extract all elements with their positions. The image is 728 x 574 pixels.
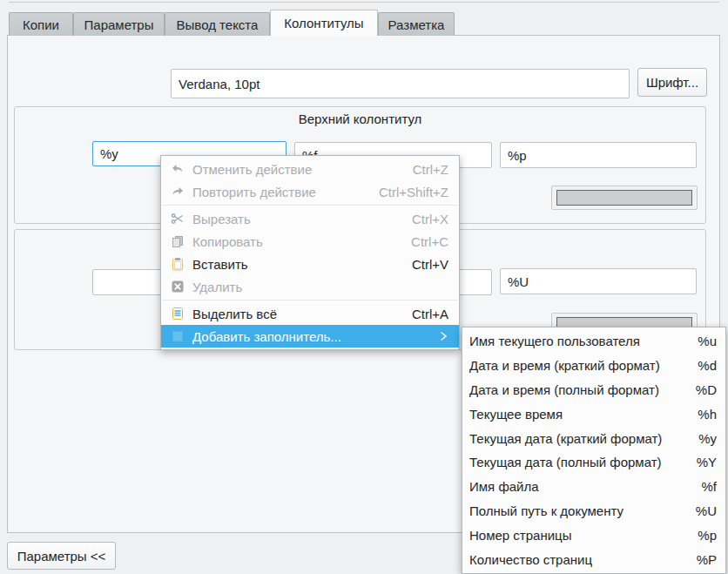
menu-item-label: Добавить заполнитель... <box>192 329 438 344</box>
select-all-icon <box>170 306 185 321</box>
tab-layout[interactable]: Разметка <box>378 12 455 36</box>
submenu-item-code: %p <box>698 528 717 543</box>
submenu-item-code: %D <box>696 382 717 397</box>
print-dialog: { "colors": { "accent": "#3daee9", "wind… <box>0 0 728 574</box>
submenu-item-current-user[interactable]: Имя текущего пользователя %u <box>462 329 725 354</box>
menu-item-select-all[interactable]: Выделить всё Ctrl+A <box>161 302 459 325</box>
menu-separator <box>162 205 458 206</box>
menu-item-cut: Вырезать Ctrl+X <box>161 207 459 230</box>
menu-item-shortcut: Ctrl+Shift+Z <box>379 185 448 199</box>
menu-item-label: Вставить <box>192 257 396 272</box>
submenu-item-label: Имя файла <box>469 479 701 494</box>
options-toggle-label: Параметры << <box>17 549 106 564</box>
options-toggle-button[interactable]: Параметры << <box>7 542 116 570</box>
submenu-item-page-number[interactable]: Номер страницы %p <box>462 523 725 547</box>
submenu-item-code: %U <box>696 503 717 518</box>
menu-item-add-placeholder[interactable]: Добавить заполнитель... <box>161 325 459 348</box>
copy-icon <box>170 233 185 249</box>
submenu-item-label: Имя текущего пользователя <box>469 334 698 348</box>
menu-item-label: Удалить <box>192 280 433 294</box>
submenu-item-code: %Y <box>697 455 717 469</box>
tab-label: Колонтитулы <box>284 16 363 30</box>
cut-icon <box>170 211 185 226</box>
menu-item-paste[interactable]: Вставить Ctrl+V <box>161 253 459 275</box>
placeholder-submenu: Имя текущего пользователя %u Дата и врем… <box>462 327 726 574</box>
submenu-item-label: Текущая дата (полный формат) <box>469 455 697 469</box>
menu-item-shortcut: Ctrl+C <box>411 234 448 249</box>
tab-headers-footers[interactable]: Колонтитулы <box>270 10 378 36</box>
tab-label: Вывод текста <box>177 17 259 32</box>
menu-item-shortcut: Ctrl+A <box>412 307 448 321</box>
menu-item-copy: Копировать Ctrl+C <box>161 230 459 253</box>
delete-icon <box>170 279 185 294</box>
tab-parameters[interactable]: Параметры <box>73 12 165 36</box>
submenu-item-label: Количество страниц <box>469 552 697 567</box>
submenu-item-code: %u <box>698 334 717 348</box>
undo-icon <box>170 161 185 177</box>
submenu-item-datetime-short[interactable]: Дата и время (краткий формат) %d <box>462 354 725 378</box>
menu-item-label: Копировать <box>192 234 395 249</box>
menu-item-delete: Удалить <box>161 275 459 298</box>
menu-item-undo: Отменить действие Ctrl+Z <box>161 158 459 180</box>
menu-item-shortcut: Ctrl+Z <box>413 162 448 177</box>
submenu-item-date-full[interactable]: Текущая дата (полный формат) %Y <box>462 450 725 475</box>
menu-item-shortcut: Ctrl+X <box>412 212 448 226</box>
header-group-title: Верхний колонтитул <box>15 111 705 126</box>
submenu-item-code: %d <box>698 358 717 373</box>
font-button[interactable]: Шрифт... <box>637 68 707 97</box>
footer-format-right-input[interactable] <box>500 268 697 294</box>
submenu-item-label: Дата и время (краткий формат) <box>469 358 698 373</box>
submenu-item-current-time[interactable]: Текущее время %h <box>462 402 725 426</box>
submenu-item-page-count[interactable]: Количество страниц %P <box>462 547 725 571</box>
submenu-item-label: Текущая дата (краткий формат) <box>469 431 698 446</box>
paste-icon <box>170 256 185 272</box>
submenu-item-full-path[interactable]: Полный путь к документу %U <box>462 499 725 523</box>
tab-label: Разметка <box>388 17 445 32</box>
menu-item-label: Выделить всё <box>192 307 396 321</box>
submenu-item-code: %P <box>697 552 717 567</box>
tab-text-output[interactable]: Вывод текста <box>165 12 270 36</box>
submenu-item-datetime-full[interactable]: Дата и время (полный формат) %D <box>462 378 725 402</box>
submenu-item-code: %f <box>701 479 717 494</box>
menu-separator <box>162 300 458 301</box>
submenu-item-code: %h <box>698 407 717 422</box>
submenu-item-label: Дата и время (полный формат) <box>469 382 696 397</box>
submenu-item-label: Полный путь к документу <box>469 503 696 518</box>
menu-item-label: Отменить действие <box>192 162 397 177</box>
tab-label: Копии <box>23 17 59 32</box>
submenu-item-label: Текущее время <box>469 407 698 422</box>
menu-item-redo: Повторить действие Ctrl+Shift+Z <box>161 180 459 203</box>
edit-context-menu: Отменить действие Ctrl+Z Повторить дейст… <box>160 155 460 350</box>
submenu-arrow-icon <box>438 328 448 344</box>
menu-item-shortcut: Ctrl+V <box>412 257 448 272</box>
color-well <box>556 190 692 206</box>
submenu-item-code: %y <box>698 431 717 446</box>
submenu-item-date-short[interactable]: Текущая дата (краткий формат) %y <box>462 426 725 450</box>
menu-item-label: Вырезать <box>192 212 396 226</box>
header-format-right-input[interactable] <box>500 142 697 168</box>
placeholder-icon <box>170 328 185 344</box>
header-background-color-button[interactable] <box>551 186 698 210</box>
tab-copies[interactable]: Копии <box>9 12 73 36</box>
submenu-item-file-name[interactable]: Имя файла %f <box>462 475 725 499</box>
submenu-item-label: Номер страницы <box>469 528 698 543</box>
font-input[interactable] <box>171 69 630 98</box>
collapsed-section-divider <box>9 2 719 3</box>
font-button-label: Шрифт... <box>646 75 698 90</box>
tab-label: Параметры <box>84 17 154 32</box>
menu-item-label: Повторить действие <box>192 185 363 199</box>
redo-icon <box>170 184 185 199</box>
